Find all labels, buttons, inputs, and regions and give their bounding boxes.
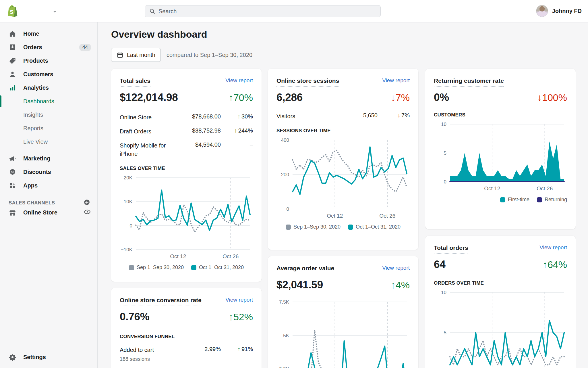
aov-delta: ↑4% <box>391 279 410 291</box>
sidebar-item-reports[interactable]: Reports <box>0 122 97 135</box>
date-range-button[interactable]: Last month <box>111 48 161 62</box>
metric-row: Draft Orders $38,752.98 ↑244% <box>120 127 253 136</box>
down-arrow-icon: ↓ <box>397 112 400 118</box>
svg-text:200: 200 <box>281 172 289 177</box>
legend-swatch-current <box>191 265 196 270</box>
sidebar-item-analytics[interactable]: Analytics <box>0 81 97 95</box>
svg-text:10: 10 <box>441 122 446 127</box>
sessions-over-time-chart: 4002000Oct 12Oct 26 <box>276 137 410 220</box>
bar-chart-icon <box>9 84 16 92</box>
legend-swatch-returning <box>537 197 542 202</box>
card-title[interactable]: Total orders <box>434 244 468 254</box>
sidebar-item-orders[interactable]: Orders 44 <box>0 41 97 54</box>
topbar: S Johnny FD <box>0 0 588 22</box>
storefront-icon <box>9 209 16 216</box>
chart-legend: Sep 1–Sep 30, 2020 Oct 1–Oct 31, 2020 <box>120 264 253 271</box>
search-input[interactable] <box>158 8 376 15</box>
discount-badge-icon <box>9 168 16 176</box>
home-icon <box>9 30 16 38</box>
customers-chart: 1050Oct 12Oct 26 <box>434 121 567 193</box>
sidebar-item-live-view[interactable]: Live View <box>0 135 97 149</box>
view-report-link[interactable]: View report <box>382 265 410 271</box>
svg-text:0: 0 <box>444 179 446 185</box>
total-orders-value: 64 <box>434 258 446 271</box>
chart-legend: Sep 1–Sep 30, 2020 Oct 1–Oct 31, 2020 <box>276 224 410 230</box>
sidebar: Home Orders 44 Products Customers Analyt… <box>0 22 98 368</box>
conversion-rate-delta: ↑52% <box>229 311 253 323</box>
returning-rate-value: 0% <box>434 91 449 103</box>
up-arrow-icon: ↑ <box>234 127 237 134</box>
view-report-link[interactable]: View report <box>225 297 253 303</box>
sidebar-item-discounts[interactable]: Discounts <box>0 165 97 179</box>
card-title[interactable]: Online store conversion rate <box>120 297 202 306</box>
legend-swatch-previous <box>286 225 291 230</box>
sidebar-item-marketing[interactable]: Marketing <box>0 152 97 165</box>
apps-grid-icon <box>9 182 16 189</box>
total-orders-card: Total orders View report 64 ↑64% ORDERS … <box>425 236 576 368</box>
card-title[interactable]: Returning customer rate <box>434 77 504 87</box>
section-header: SALES OVER TIME <box>120 166 253 171</box>
conversion-rate-value: 0.76% <box>120 311 149 323</box>
card-title[interactable]: Average order value <box>276 265 334 274</box>
svg-text:10K: 10K <box>124 199 133 204</box>
shopify-logo[interactable]: S <box>6 4 19 18</box>
main-content: Overview dashboard Last month compared t… <box>98 22 588 368</box>
orders-icon <box>9 43 16 51</box>
orders-over-time-chart: 1050Oct 12Oct 26 <box>434 289 567 368</box>
sales-over-time-chart: 20K10K0−10KOct 12Oct 26 <box>120 174 253 260</box>
card-title[interactable]: Total sales <box>120 77 150 87</box>
sidebar-item-online-store[interactable]: Online Store <box>0 206 97 219</box>
megaphone-icon <box>9 155 16 162</box>
svg-text:Oct 26: Oct 26 <box>537 185 553 191</box>
total-sales-card: Total sales View report $122,014.98 ↑70%… <box>111 69 262 282</box>
up-arrow-icon: ↑ <box>237 113 240 120</box>
svg-text:20K: 20K <box>124 175 133 181</box>
sessions-card: Online store sessions View report 6,286 … <box>268 69 418 250</box>
view-report-link[interactable]: View report <box>225 77 253 84</box>
svg-text:Oct 26: Oct 26 <box>379 213 395 219</box>
sidebar-item-home[interactable]: Home <box>0 27 97 41</box>
aov-value: $2,041.59 <box>276 279 323 291</box>
returning-customer-rate-card: Returning customer rate 0% ↓100% CUSTOME… <box>425 69 576 229</box>
store-switcher-caret-icon[interactable] <box>52 9 58 16</box>
svg-text:Oct 12: Oct 12 <box>170 253 186 259</box>
user-name: Johnny FD <box>552 8 582 14</box>
sidebar-item-customers[interactable]: Customers <box>0 68 97 81</box>
sidebar-item-settings[interactable]: Settings <box>0 350 97 364</box>
preview-eye-icon[interactable] <box>84 208 91 217</box>
svg-text:−10K: −10K <box>121 247 133 252</box>
user-menu[interactable]: Johnny FD <box>536 5 582 17</box>
total-orders-delta: ↑64% <box>543 259 567 270</box>
sidebar-item-dashboards[interactable]: Dashboards <box>0 95 97 108</box>
legend-swatch-current <box>348 225 353 230</box>
search-bar[interactable] <box>145 5 381 17</box>
legend-swatch-previous <box>129 265 134 270</box>
svg-text:5: 5 <box>444 330 446 336</box>
sales-channels-header: SALES CHANNELS <box>0 192 97 206</box>
svg-text:0: 0 <box>130 223 132 229</box>
sidebar-item-insights[interactable]: Insights <box>0 108 97 122</box>
view-report-link[interactable]: View report <box>539 244 567 251</box>
svg-text:5K: 5K <box>283 333 289 338</box>
section-header: CONVERSION FUNNEL <box>120 334 253 340</box>
compare-range-text: compared to Sep 1–Sep 30, 2020 <box>167 52 252 58</box>
orders-count-badge: 44 <box>79 44 91 51</box>
average-order-value-card: Average order value View report $2,041.5… <box>268 256 418 368</box>
legend-swatch-first-time <box>500 197 505 202</box>
view-report-link[interactable]: View report <box>382 77 410 84</box>
calendar-icon <box>117 51 123 58</box>
svg-text:0: 0 <box>287 206 289 212</box>
total-sales-value: $122,014.98 <box>120 91 178 103</box>
sessions-delta: ↓7% <box>391 92 410 103</box>
section-header: ORDERS OVER TIME <box>434 280 567 286</box>
chart-legend: First-time Returning <box>434 197 567 203</box>
svg-text:Oct 12: Oct 12 <box>484 185 500 191</box>
avatar <box>536 5 548 17</box>
card-title[interactable]: Online store sessions <box>276 77 339 87</box>
metric-row: Added to cart188 sessions 2.99% ↑91% <box>120 346 253 363</box>
search-icon <box>149 8 156 15</box>
sidebar-item-products[interactable]: Products <box>0 54 97 68</box>
section-header: SESSIONS OVER TIME <box>276 128 410 134</box>
sidebar-item-apps[interactable]: Apps <box>0 179 97 192</box>
gear-icon <box>9 353 16 361</box>
